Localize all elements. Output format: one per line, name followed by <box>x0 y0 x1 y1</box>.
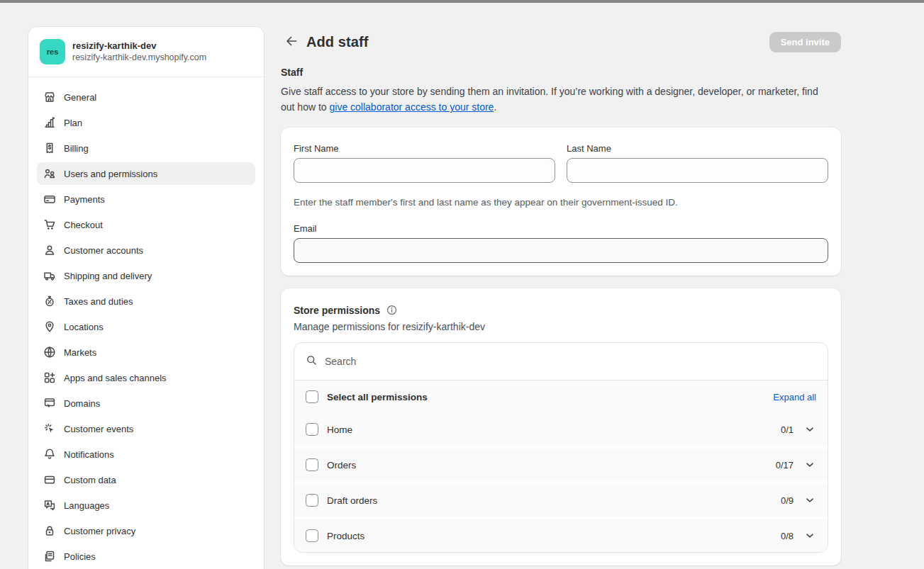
plan-icon <box>43 116 57 130</box>
last-name-label: Last Name <box>567 143 828 154</box>
permissions-search-input[interactable] <box>325 356 816 367</box>
sidebar-item-label: Checkout <box>64 220 103 230</box>
permissions-subheading: Manage permissions for resizify-karthik-… <box>294 321 828 332</box>
info-icon[interactable] <box>386 304 398 316</box>
first-name-block: First Name <box>294 143 555 183</box>
permission-checkbox-home[interactable] <box>306 423 318 436</box>
select-all-label: Select all permissions <box>327 392 428 402</box>
select-all-permissions-row[interactable]: Select all permissions Expand all <box>294 381 828 413</box>
sidebar-nav: GeneralPlanBillingUsers and permissionsP… <box>28 77 264 568</box>
expand-all-link[interactable]: Expand all <box>773 392 816 402</box>
email-input[interactable] <box>294 238 828 263</box>
domains-icon <box>43 396 57 410</box>
sidebar-item-label: Domains <box>64 398 100 409</box>
sidebar-item-label: Plan <box>64 118 82 128</box>
sidebar-item-label: Markets <box>64 347 96 358</box>
sidebar-item-policies[interactable]: Policies <box>37 545 255 568</box>
permission-checkbox-orders[interactable] <box>306 458 318 471</box>
staff-description-period: . <box>494 101 496 113</box>
last-name-block: Last Name <box>567 143 828 183</box>
sidebar-item-languages[interactable]: Languages <box>37 494 255 517</box>
first-name-input[interactable] <box>294 158 555 183</box>
permission-count: 0/17 <box>776 460 794 471</box>
sidebar-item-label: Customer accounts <box>64 245 143 256</box>
sidebar-item-label: Apps and sales channels <box>64 373 167 383</box>
sidebar-item-users-and-permissions[interactable]: Users and permissions <box>37 162 255 185</box>
sidebar-item-locations[interactable]: Locations <box>37 315 255 338</box>
sidebar-item-apps-and-sales-channels[interactable]: Apps and sales channels <box>37 366 255 389</box>
customer-accounts-icon <box>43 243 57 257</box>
sidebar-item-taxes-and-duties[interactable]: Taxes and duties <box>37 290 255 312</box>
settings-screen: res resizify-karthik-dev resizify-karthi… <box>0 0 924 569</box>
sidebar-item-label: Taxes and duties <box>64 296 133 307</box>
checkout-icon <box>43 218 57 232</box>
last-name-input[interactable] <box>567 158 828 183</box>
chevron-down-icon[interactable] <box>803 458 816 471</box>
back-button[interactable] <box>281 31 302 52</box>
top-window-bar <box>0 0 924 3</box>
permission-row-products[interactable]: Products0/8 <box>294 519 828 552</box>
store-name: resizify-karthik-dev <box>72 40 206 52</box>
markets-icon <box>43 345 57 359</box>
page-header: Add staff Send invite <box>281 27 841 57</box>
sidebar-item-customer-privacy[interactable]: Customer privacy <box>37 519 255 542</box>
chevron-down-icon[interactable] <box>803 494 816 507</box>
languages-icon <box>43 498 57 512</box>
store-permissions-card: Store permissions Manage permissions for… <box>281 288 841 565</box>
staff-section: Staff Give staff access to your store by… <box>281 67 841 115</box>
sidebar-item-customer-accounts[interactable]: Customer accounts <box>37 239 255 261</box>
main-content: Add staff Send invite Staff Give staff a… <box>281 27 841 565</box>
sidebar-item-label: Languages <box>64 500 109 511</box>
sidebar-item-label: Billing <box>64 143 89 154</box>
sidebar-item-payments[interactable]: Payments <box>37 188 255 210</box>
custom-data-icon <box>43 473 57 487</box>
locations-icon <box>43 320 57 334</box>
permission-label: Draft orders <box>327 495 377 506</box>
sidebar-item-label: Locations <box>64 322 104 332</box>
permissions-search-row <box>294 343 828 381</box>
sidebar-item-label: Payments <box>64 194 105 205</box>
store-header[interactable]: res resizify-karthik-dev resizify-karthi… <box>28 27 264 77</box>
taxes-icon <box>43 294 57 308</box>
permission-row-home[interactable]: Home0/1 <box>294 413 828 446</box>
permission-label: Orders <box>327 460 356 471</box>
permission-row-right: 0/17 <box>776 458 816 471</box>
settings-sidebar: res resizify-karthik-dev resizify-karthi… <box>28 27 264 569</box>
sidebar-item-markets[interactable]: Markets <box>37 341 255 364</box>
payments-icon <box>43 192 57 206</box>
sidebar-item-notifications[interactable]: Notifications <box>37 443 255 466</box>
permissions-heading: Store permissions <box>294 305 380 316</box>
sidebar-item-customer-events[interactable]: Customer events <box>37 417 255 440</box>
sidebar-item-label: Users and permissions <box>64 169 157 179</box>
collaborator-access-link[interactable]: give collaborator access to your store <box>330 101 494 113</box>
staff-details-card: First Name Last Name Enter the staff mem… <box>281 128 841 276</box>
sidebar-item-general[interactable]: General <box>37 86 255 108</box>
store-icon <box>43 90 57 104</box>
sidebar-item-billing[interactable]: Billing <box>37 137 255 159</box>
permissions-box: Select all permissions Expand all Home0/… <box>294 342 828 553</box>
apps-icon <box>43 371 57 385</box>
sidebar-item-shipping-and-delivery[interactable]: Shipping and delivery <box>37 264 255 287</box>
permission-row-orders[interactable]: Orders0/17 <box>294 449 828 481</box>
permission-checkbox-products[interactable] <box>306 529 318 542</box>
search-icon <box>306 354 318 369</box>
billing-icon <box>43 141 57 155</box>
chevron-down-icon[interactable] <box>803 529 816 542</box>
privacy-icon <box>43 524 57 538</box>
send-invite-button[interactable]: Send invite <box>769 32 841 52</box>
permission-row-draft-orders[interactable]: Draft orders0/9 <box>294 484 828 517</box>
sidebar-item-custom-data[interactable]: Custom data <box>37 468 255 491</box>
sidebar-item-label: Custom data <box>64 475 116 485</box>
sidebar-item-label: Customer privacy <box>64 526 135 536</box>
permission-checkbox-draft-orders[interactable] <box>306 494 318 507</box>
chevron-down-icon[interactable] <box>803 423 816 436</box>
sidebar-item-domains[interactable]: Domains <box>37 392 255 415</box>
permission-count: 0/9 <box>781 495 794 506</box>
permission-count: 0/8 <box>781 531 794 541</box>
sidebar-item-checkout[interactable]: Checkout <box>37 213 255 236</box>
permissions-title-row: Store permissions <box>294 304 828 316</box>
select-all-checkbox[interactable] <box>306 390 318 403</box>
name-help-text: Enter the staff member's first and last … <box>294 197 828 208</box>
sidebar-item-plan[interactable]: Plan <box>37 111 255 134</box>
customer-events-icon <box>43 422 57 436</box>
